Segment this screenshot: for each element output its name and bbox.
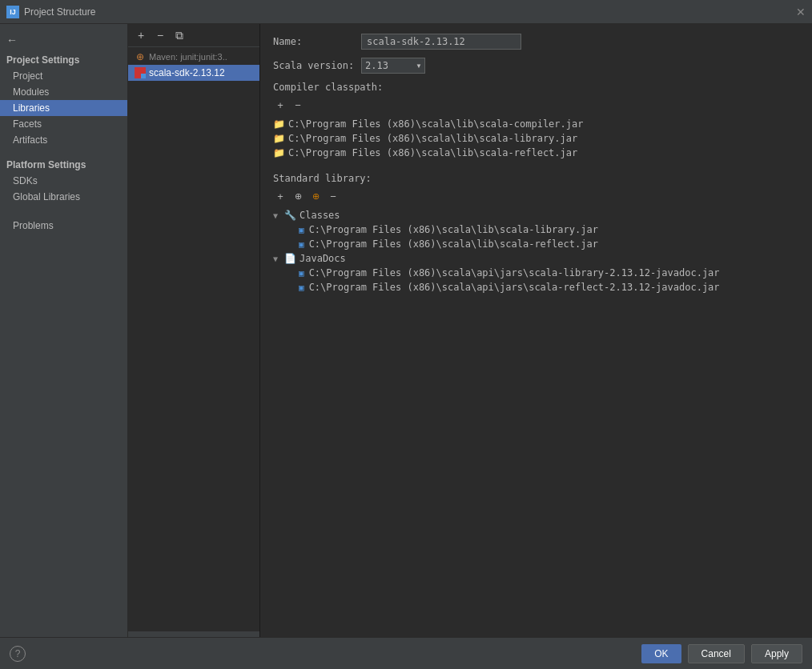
app-icon: IJ xyxy=(6,6,19,18)
compiler-classpath-label: Compiler classpath: xyxy=(273,82,799,93)
compiler-classpath-list: 📁 C:\Program Files (x86)\scala\lib\scala… xyxy=(273,117,799,160)
middle-scrollbar[interactable] xyxy=(128,631,259,637)
remove-library-button[interactable]: − xyxy=(152,27,168,43)
sidebar-item-problems[interactable]: Problems xyxy=(0,218,127,234)
title-bar-left: IJ Project Structure xyxy=(6,6,95,18)
sidebar-item-modules[interactable]: Modules xyxy=(0,84,127,100)
library-item-scala-sdk[interactable]: scala-sdk-2.13.12 xyxy=(128,65,259,81)
sidebar-item-global-libraries[interactable]: Global Libraries xyxy=(0,189,127,205)
right-panel: Name: Scala version: 2.13 2.12 2.11 Comp… xyxy=(260,24,812,637)
scala-version-select-wrapper: 2.13 2.12 2.11 xyxy=(361,58,425,74)
sidebar-item-facets[interactable]: Facets xyxy=(0,116,127,132)
javadocs-tree-node[interactable]: ▼ 📄 JavaDocs xyxy=(273,251,799,266)
name-input[interactable] xyxy=(361,34,521,50)
sidebar-item-sdks[interactable]: SDKs xyxy=(0,173,127,189)
javadocs-icon: 📄 xyxy=(284,253,296,264)
title-bar-title: Project Structure xyxy=(24,6,95,18)
classpath-item-2: 📁 C:\Program Files (x86)\scala\lib\scala… xyxy=(273,146,799,160)
sidebar: ← Project Settings Project Modules Libra… xyxy=(0,24,128,637)
back-arrow-icon: ← xyxy=(6,34,18,46)
sidebar-item-project[interactable]: Project xyxy=(0,68,127,84)
add-std-lib-button[interactable]: + xyxy=(273,189,287,203)
scala-version-select[interactable]: 2.13 2.12 2.11 xyxy=(361,58,425,74)
classpath-item-0: 📁 C:\Program Files (x86)\scala\lib\scala… xyxy=(273,117,799,131)
folder-icon-0: 📁 xyxy=(273,118,285,130)
remove-std-lib-button[interactable]: − xyxy=(326,189,340,203)
std-lib-toolbar: + ⊕ ⊕ − xyxy=(273,189,799,203)
folder-icon-2: 📁 xyxy=(273,147,285,158)
jar-icon-1: ▣ xyxy=(299,239,304,250)
classes-icon: 🔧 xyxy=(284,210,296,221)
scala-sdk-icon xyxy=(135,67,146,78)
javadocs-item-1: ▣ C:\Program Files (x86)\scala\api\jars\… xyxy=(273,280,799,294)
jar-icon-2: ▣ xyxy=(299,268,304,278)
library-item-maven[interactable]: ⊕ Maven: junit:junit:3.. xyxy=(128,49,259,65)
add-std-lib-btn3[interactable]: ⊕ xyxy=(308,189,323,203)
scala-version-row: Scala version: 2.13 2.12 2.11 xyxy=(273,58,799,74)
jar-icon-3: ▣ xyxy=(299,282,304,293)
jar-icon-0: ▣ xyxy=(299,225,304,235)
ok-button[interactable]: OK xyxy=(641,644,681,663)
classes-tree-node[interactable]: ▼ 🔧 Classes xyxy=(273,208,799,222)
javadocs-item-0: ▣ C:\Program Files (x86)\scala\api\jars\… xyxy=(273,266,799,280)
title-bar: IJ Project Structure ✕ xyxy=(0,0,812,24)
standard-library-label: Standard library: xyxy=(273,173,799,184)
standard-library-section: Standard library: + ⊕ ⊕ − ▼ 🔧 Classes ▣ … xyxy=(273,173,799,294)
cancel-button[interactable]: Cancel xyxy=(688,644,745,663)
copy-library-button[interactable]: ⧉ xyxy=(171,27,187,43)
apply-button[interactable]: Apply xyxy=(751,644,802,663)
help-button[interactable]: ? xyxy=(10,646,26,662)
remove-classpath-button[interactable]: − xyxy=(291,98,305,112)
classes-toggle[interactable]: ▼ xyxy=(273,211,281,220)
add-std-lib-alt-button[interactable]: ⊕ xyxy=(291,189,305,203)
bottom-bar: ? OK Cancel Apply xyxy=(0,637,812,669)
classes-item-1: ▣ C:\Program Files (x86)\scala\lib\scala… xyxy=(273,237,799,251)
folder-icon-1: 📁 xyxy=(273,133,285,144)
bottom-right: OK Cancel Apply xyxy=(641,644,802,663)
sidebar-item-libraries[interactable]: Libraries xyxy=(0,100,127,116)
bottom-left: ? xyxy=(10,646,26,662)
platform-settings-section: Platform Settings xyxy=(0,154,127,173)
sidebar-item-artifacts[interactable]: Artifacts xyxy=(0,132,127,148)
scala-version-label: Scala version: xyxy=(273,60,361,71)
add-classpath-button[interactable]: + xyxy=(273,98,287,112)
middle-panel: + − ⧉ ⊕ Maven: junit:junit:3.. scala-sdk… xyxy=(128,24,260,637)
classes-item-0: ▣ C:\Program Files (x86)\scala\lib\scala… xyxy=(273,222,799,237)
maven-icon: ⊕ xyxy=(135,51,146,62)
project-settings-section: Project Settings xyxy=(0,50,127,68)
classpath-item-1: 📁 C:\Program Files (x86)\scala\lib\scala… xyxy=(273,131,799,146)
close-icon[interactable]: ✕ xyxy=(796,6,806,18)
name-row: Name: xyxy=(273,34,799,50)
middle-toolbar: + − ⧉ xyxy=(128,24,259,47)
name-label: Name: xyxy=(273,36,361,47)
back-button[interactable]: ← xyxy=(0,30,127,50)
compiler-classpath-toolbar: + − xyxy=(273,98,799,112)
library-list: ⊕ Maven: junit:junit:3.. scala-sdk-2.13.… xyxy=(128,47,259,631)
javadocs-toggle[interactable]: ▼ xyxy=(273,254,281,263)
add-library-button[interactable]: + xyxy=(133,27,149,43)
main-layout: ← Project Settings Project Modules Libra… xyxy=(0,24,812,637)
